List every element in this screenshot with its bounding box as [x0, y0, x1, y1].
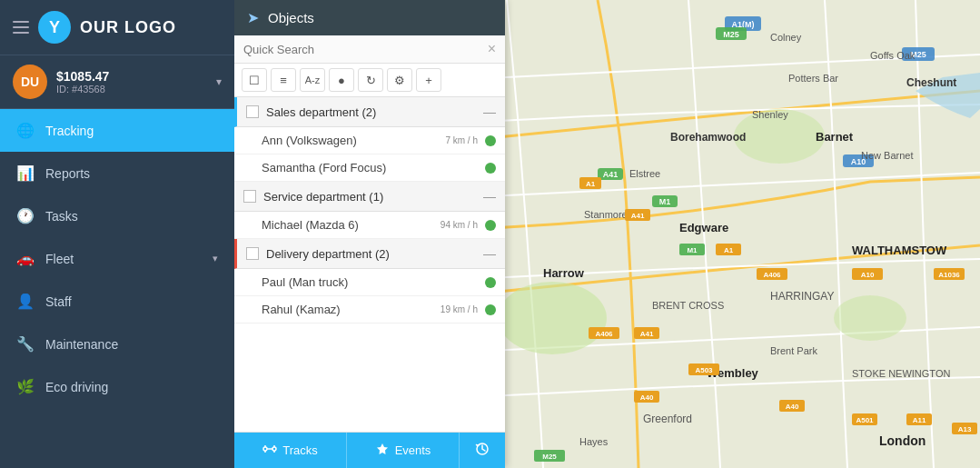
list-view-button[interactable]: ≡ — [271, 68, 296, 92]
dept-checkbox[interactable] — [246, 247, 259, 260]
checkbox-all-button[interactable]: ☐ — [242, 68, 267, 92]
vehicle-name: Ann (Volkswagen) — [262, 134, 438, 147]
svg-text:A1036: A1036 — [938, 271, 960, 279]
status-dot — [485, 135, 496, 146]
svg-text:London: London — [879, 433, 926, 448]
svg-text:A41: A41 — [640, 330, 654, 338]
svg-text:A10: A10 — [861, 271, 875, 279]
vehicle-row[interactable]: Rahul (Kamaz) 19 km / h — [234, 296, 505, 324]
sidebar-item-fleet[interactable]: 🚗 Fleet ▾ — [0, 237, 234, 280]
events-icon — [375, 442, 390, 459]
main-area: A1(M) M25 A10 M25 A41 M1 Colney Goffs Oa… — [234, 0, 980, 468]
svg-text:Stanmore: Stanmore — [584, 209, 628, 220]
settings-button[interactable]: ⚙ — [387, 68, 412, 92]
sidebar-item-eco-driving[interactable]: 🌿 Eco driving — [0, 365, 234, 408]
svg-text:A503: A503 — [695, 366, 713, 374]
history-tab[interactable] — [460, 433, 505, 468]
svg-text:M1: M1 — [659, 197, 671, 206]
svg-text:A41: A41 — [631, 212, 645, 220]
search-bar: × — [234, 35, 505, 64]
dept-name: Sales department (2) — [266, 105, 476, 119]
sort-az-button[interactable]: A-z — [300, 68, 325, 92]
search-close-icon[interactable]: × — [488, 41, 496, 57]
vehicle-name: Paul (Man truck) — [262, 275, 470, 289]
vehicle-speed: 7 km / h — [445, 135, 478, 145]
status-filter-button[interactable]: ● — [329, 68, 354, 92]
svg-text:A13: A13 — [958, 425, 972, 433]
svg-text:Colney: Colney — [770, 32, 802, 43]
svg-text:Harrow: Harrow — [543, 266, 585, 280]
truck-icon: 🚗 — [16, 250, 33, 267]
dept-collapse-icon[interactable]: — — [483, 189, 496, 204]
svg-text:Shenley: Shenley — [752, 109, 788, 120]
vehicle-row[interactable]: Paul (Man truck) — [234, 269, 505, 296]
vehicle-row[interactable]: Michael (Mazda 6) 94 km / h — [234, 212, 505, 239]
svg-text:Brent Park: Brent Park — [770, 345, 817, 356]
svg-text:HARRINGAY: HARRINGAY — [770, 290, 834, 303]
sidebar-item-reports[interactable]: 📊 Reports — [0, 152, 234, 194]
department-row[interactable]: Delivery department (2) — — [234, 239, 505, 269]
person-icon: 👤 — [16, 293, 33, 310]
svg-text:New Barnet: New Barnet — [861, 150, 913, 161]
object-list: Sales department (2) — Ann (Volkswagen) … — [234, 97, 505, 432]
dept-name: Delivery department (2) — [266, 247, 476, 261]
sidebar-item-label: Maintenance — [45, 337, 118, 352]
svg-text:BRENT CROSS: BRENT CROSS — [652, 300, 724, 311]
svg-point-4 — [834, 295, 906, 341]
sidebar-item-label: Eco driving — [45, 380, 108, 394]
globe-icon: 🌐 — [16, 122, 33, 139]
sidebar-item-label: Tasks — [45, 209, 78, 224]
sidebar-item-tasks[interactable]: 🕐 Tasks — [0, 194, 234, 237]
objects-panel: ➤ Objects × ☐ ≡ A-z ● ↻ ⚙ + Sales depart… — [234, 0, 505, 468]
dept-collapse-icon[interactable]: — — [483, 246, 496, 261]
sidebar-item-label: Reports — [45, 166, 90, 181]
sidebar: Y OUR LOGO DU $1085.47 ID: #43568 ▾ 🌐 Tr… — [0, 0, 234, 468]
history-icon — [475, 442, 490, 459]
svg-text:STOKE NEWINGTON: STOKE NEWINGTON — [852, 368, 950, 379]
events-tab-label: Events — [395, 443, 431, 457]
svg-text:Borehamwood: Borehamwood — [670, 131, 746, 144]
vehicle-row[interactable]: Samantha (Ford Focus) — [234, 154, 505, 182]
events-tab[interactable]: Events — [347, 433, 460, 468]
dept-checkbox[interactable] — [246, 105, 259, 118]
sidebar-item-label: Fleet — [45, 252, 74, 266]
status-dot — [485, 277, 496, 288]
svg-text:A40: A40 — [640, 393, 654, 402]
user-info: $1085.47 ID: #43568 — [56, 69, 207, 95]
panel-header: ➤ Objects — [234, 0, 505, 35]
sidebar-item-maintenance[interactable]: 🔧 Maintenance — [0, 323, 234, 365]
hamburger-menu-icon[interactable] — [13, 21, 29, 34]
vehicle-speed: 94 km / h — [441, 220, 478, 230]
svg-text:WALTHAMSTOW: WALTHAMSTOW — [852, 244, 947, 257]
vehicle-row[interactable]: Ann (Volkswagen) 7 km / h — [234, 127, 505, 154]
svg-point-71 — [272, 447, 276, 451]
search-input[interactable] — [243, 43, 482, 56]
panel-title: Objects — [268, 10, 314, 25]
tracks-icon — [262, 442, 277, 459]
refresh-button[interactable]: ↻ — [358, 68, 383, 92]
svg-text:A41: A41 — [603, 170, 619, 179]
toolbar: ☐ ≡ A-z ● ↻ ⚙ + — [234, 64, 505, 97]
navigation-icon: ➤ — [247, 9, 259, 26]
sidebar-item-tracking[interactable]: 🌐 Tracking — [0, 109, 234, 152]
add-button[interactable]: + — [416, 68, 441, 92]
user-section[interactable]: DU $1085.47 ID: #43568 ▾ — [0, 55, 234, 109]
tracks-tab[interactable]: Tracks — [234, 433, 347, 468]
svg-text:Elstree: Elstree — [629, 168, 660, 179]
sidebar-item-staff[interactable]: 👤 Staff — [0, 280, 234, 323]
status-dot — [485, 304, 496, 315]
department-row[interactable]: Sales department (2) — — [234, 97, 505, 127]
panel-footer: Tracks Events — [234, 432, 505, 468]
logo-letter: Y — [49, 18, 60, 37]
svg-text:Hayes: Hayes — [579, 436, 609, 447]
svg-text:Greenford: Greenford — [643, 413, 692, 425]
svg-text:A11: A11 — [913, 416, 926, 424]
wrench-icon: 🔧 — [16, 335, 33, 353]
dept-checkbox[interactable] — [243, 190, 256, 203]
user-dropdown-icon[interactable]: ▾ — [216, 75, 222, 88]
svg-text:A501: A501 — [856, 416, 874, 424]
dept-collapse-icon[interactable]: — — [483, 105, 496, 119]
department-row[interactable]: Service department (1) — — [234, 182, 505, 212]
svg-point-70 — [263, 447, 267, 451]
status-dot — [485, 163, 496, 174]
